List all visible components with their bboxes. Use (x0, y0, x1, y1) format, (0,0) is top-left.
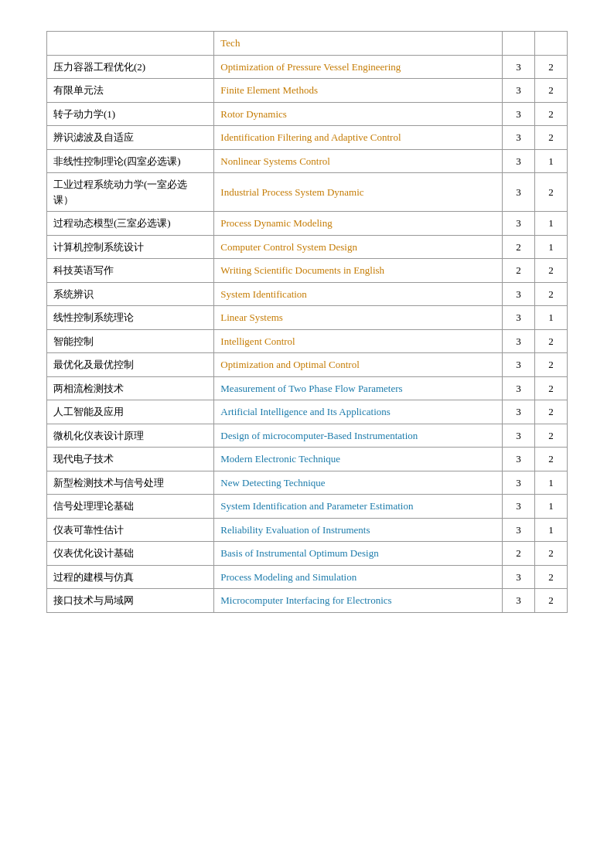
course-english: Finite Element Methods (214, 79, 503, 103)
course-credits: 3 (502, 306, 534, 330)
course-credits: 3 (502, 79, 534, 103)
table-row: 有限单元法Finite Element Methods32 (47, 79, 568, 103)
table-row: 科技英语写作Writing Scientific Documents in En… (47, 259, 568, 283)
course-credits (502, 32, 534, 56)
course-credits: 3 (502, 102, 534, 126)
course-semester: 2 (534, 400, 567, 424)
table-row: 智能控制Intelligent Control32 (47, 329, 568, 353)
course-credits: 2 (502, 542, 534, 566)
course-chinese: 转子动力学(1) (47, 102, 214, 126)
course-semester: 2 (534, 424, 567, 448)
course-english: Intelligent Control (214, 329, 503, 353)
course-semester: 1 (534, 149, 567, 173)
course-chinese: 科技英语写作 (47, 259, 214, 283)
table-row: 辨识滤波及自适应Identification Filtering and Ada… (47, 126, 568, 150)
course-chinese: 过程的建模与仿真 (47, 565, 214, 589)
course-semester: 2 (534, 102, 567, 126)
table-row: 接口技术与局域网Microcomputer Interfacing for El… (47, 589, 568, 613)
table-row: 仪表可靠性估计Reliability Evaluation of Instrum… (47, 518, 568, 542)
table-row: 过程的建模与仿真Process Modeling and Simulation3… (47, 565, 568, 589)
table-row: 压力容器工程优化(2)Optimization of Pressure Vess… (47, 55, 568, 79)
course-chinese: 有限单元法 (47, 79, 214, 103)
course-credits: 3 (502, 376, 534, 400)
course-credits: 2 (502, 259, 534, 283)
course-credits: 3 (502, 126, 534, 150)
course-table: Tech压力容器工程优化(2)Optimization of Pressure … (46, 31, 568, 613)
course-chinese: 信号处理理论基础 (47, 495, 214, 519)
table-row: 两相流检测技术Measurement of Two Phase Flow Par… (47, 376, 568, 400)
course-chinese: 新型检测技术与信号处理 (47, 471, 214, 495)
table-row: 仪表优化设计基础Basis of Instrumental Optimum De… (47, 542, 568, 566)
course-credits: 3 (502, 495, 534, 519)
course-semester: 2 (534, 542, 567, 566)
course-semester: 2 (534, 353, 567, 377)
course-semester: 2 (534, 79, 567, 103)
course-chinese: 线性控制系统理论 (47, 306, 214, 330)
course-chinese: 智能控制 (47, 329, 214, 353)
course-semester: 1 (534, 471, 567, 495)
course-english: Optimization of Pressure Vessel Engineer… (214, 55, 503, 79)
course-english: New Detecting Technique (214, 471, 503, 495)
course-credits: 2 (502, 235, 534, 259)
course-semester: 2 (534, 448, 567, 471)
table-row: 转子动力学(1)Rotor Dynamics32 (47, 102, 568, 126)
table-row: 工业过程系统动力学(一室必选课）Industrial Process Syste… (47, 173, 568, 212)
course-english: Measurement of Two Phase Flow Parameters (214, 376, 503, 400)
course-credits: 3 (502, 424, 534, 448)
course-english: Basis of Instrumental Optimum Design (214, 542, 503, 566)
table-row: 现代电子技术Modern Electronic Technique32 (47, 448, 568, 471)
course-chinese (47, 32, 214, 56)
course-credits: 3 (502, 212, 534, 236)
course-chinese: 两相流检测技术 (47, 376, 214, 400)
course-credits: 3 (502, 400, 534, 424)
course-english: Writing Scientific Documents in English (214, 259, 503, 283)
course-english: Rotor Dynamics (214, 102, 503, 126)
course-english: Identification Filtering and Adaptive Co… (214, 126, 503, 150)
course-semester: 1 (534, 306, 567, 330)
course-english: Microcomputer Interfacing for Electronic… (214, 589, 503, 613)
course-semester: 2 (534, 282, 567, 306)
course-chinese: 过程动态模型(三室必选课) (47, 212, 214, 236)
course-semester: 2 (534, 259, 567, 283)
course-credits: 3 (502, 518, 534, 542)
table-row: 最优化及最优控制Optimization and Optimal Control… (47, 353, 568, 377)
table-row: 人工智能及应用Artificial Intelligence and Its A… (47, 400, 568, 424)
course-english: Industrial Process System Dynamic (214, 173, 503, 212)
course-credits: 3 (502, 282, 534, 306)
course-english: Process Modeling and Simulation (214, 565, 503, 589)
table-row: 过程动态模型(三室必选课)Process Dynamic Modeling31 (47, 212, 568, 236)
course-english: Modern Electronic Technique (214, 448, 503, 471)
course-chinese: 仪表优化设计基础 (47, 542, 214, 566)
course-credits: 3 (502, 353, 534, 377)
course-credits: 3 (502, 589, 534, 613)
course-credits: 3 (502, 471, 534, 495)
course-chinese: 最优化及最优控制 (47, 353, 214, 377)
course-chinese: 辨识滤波及自适应 (47, 126, 214, 150)
table-row: 线性控制系统理论Linear Systems31 (47, 306, 568, 330)
course-semester (534, 32, 567, 56)
course-chinese: 计算机控制系统设计 (47, 235, 214, 259)
table-row: 系统辨识System Identification32 (47, 282, 568, 306)
course-chinese: 压力容器工程优化(2) (47, 55, 214, 79)
course-english: Optimization and Optimal Control (214, 353, 503, 377)
course-chinese: 工业过程系统动力学(一室必选课） (47, 173, 214, 212)
course-semester: 2 (534, 589, 567, 613)
course-semester: 1 (534, 235, 567, 259)
course-semester: 2 (534, 173, 567, 212)
course-chinese: 系统辨识 (47, 282, 214, 306)
course-credits: 3 (502, 565, 534, 589)
course-english: Design of microcomputer-Based Instrument… (214, 424, 503, 448)
course-semester: 2 (534, 55, 567, 79)
course-english: Reliability Evaluation of Instruments (214, 518, 503, 542)
course-semester: 1 (534, 518, 567, 542)
course-chinese: 微机化仪表设计原理 (47, 424, 214, 448)
table-row: 信号处理理论基础System Identification and Parame… (47, 495, 568, 519)
course-semester: 1 (534, 212, 567, 236)
course-english: Artificial Intelligence and Its Applicat… (214, 400, 503, 424)
course-credits: 3 (502, 448, 534, 471)
table-row: 新型检测技术与信号处理New Detecting Technique31 (47, 471, 568, 495)
course-semester: 1 (534, 495, 567, 519)
course-credits: 3 (502, 173, 534, 212)
table-row: 微机化仪表设计原理Design of microcomputer-Based I… (47, 424, 568, 448)
course-credits: 3 (502, 55, 534, 79)
